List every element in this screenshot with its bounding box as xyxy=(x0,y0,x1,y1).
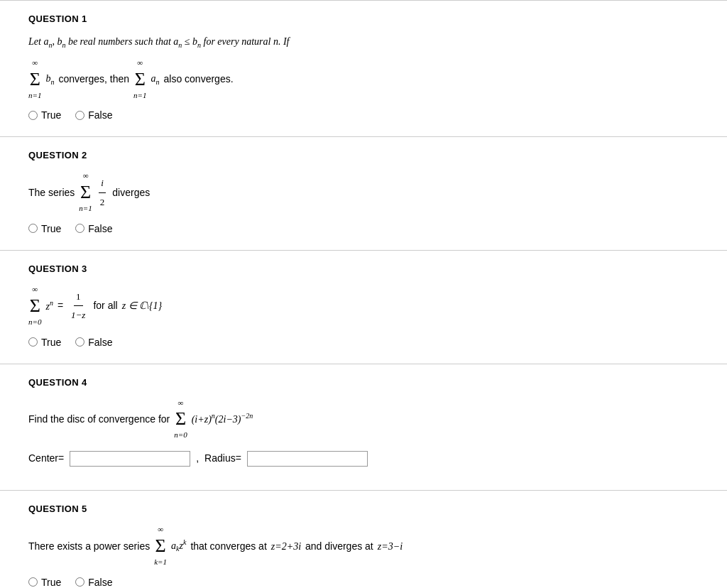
q2-radio-group: True False xyxy=(28,223,699,234)
q5-false-text: False xyxy=(88,577,112,588)
q4-radius-label: Radius= xyxy=(204,450,241,467)
q2-false-label[interactable]: False xyxy=(75,223,112,234)
q3-condition: z ∈ ℂ\{1} xyxy=(122,297,163,315)
q5-true-radio[interactable] xyxy=(28,577,38,587)
q3-true-radio[interactable] xyxy=(28,337,38,347)
q2-true-text: True xyxy=(41,223,61,234)
q1-true-text: True xyxy=(41,109,61,121)
question-4-title: QUESTION 4 xyxy=(28,377,699,388)
q1-false-text: False xyxy=(88,109,112,121)
q1-false-label[interactable]: False xyxy=(75,109,112,121)
question-1-body: Let an, bn be real numbers such that an … xyxy=(28,33,699,102)
q2-series-text: The series xyxy=(28,184,75,202)
q1-text: Let an, bn be real numbers such that an … xyxy=(28,36,289,47)
q5-line1: There exists a power series ∞ Σ k=1 akzk… xyxy=(28,523,699,570)
q1-an: an xyxy=(151,70,160,89)
q5-sigma: ∞ Σ k=1 xyxy=(154,523,167,570)
question-1-title: QUESTION 1 xyxy=(28,13,699,24)
q5-text3: and diverges at xyxy=(305,538,373,555)
q4-center-input[interactable] xyxy=(70,451,190,467)
q5-expr: akzk xyxy=(171,536,186,555)
question-5-body: There exists a power series ∞ Σ k=1 akzk… xyxy=(28,523,699,570)
q5-text1: There exists a power series xyxy=(28,538,150,555)
q3-false-text: False xyxy=(88,337,112,348)
q2-false-radio[interactable] xyxy=(75,224,84,233)
question-5-title: QUESTION 5 xyxy=(28,503,699,514)
q3-forall: for all xyxy=(93,297,117,315)
q2-true-label[interactable]: True xyxy=(28,223,61,234)
q5-false-label[interactable]: False xyxy=(75,577,112,588)
q3-equals: = xyxy=(58,297,63,315)
q3-true-text: True xyxy=(41,337,61,348)
q4-sigma: ∞ Σ n=0 xyxy=(174,396,187,443)
q4-find-text: Find the disc of convergence for xyxy=(28,410,170,428)
q4-inputs-line: Center= , Radius= xyxy=(28,450,699,467)
q3-radio-group: True False xyxy=(28,337,699,348)
q3-false-radio[interactable] xyxy=(75,337,84,347)
q1-radio-group: True False xyxy=(28,109,699,121)
question-5-block: QUESTION 5 There exists a power series ∞… xyxy=(0,490,727,588)
question-2-body: The series ∞ Σ n=1 i 2 diverges xyxy=(28,169,699,216)
q5-z2: z=3−i xyxy=(378,538,403,555)
q5-false-radio[interactable] xyxy=(75,577,84,587)
q1-line2: ∞ Σ n=1 bn converges, then ∞ Σ n=1 an al… xyxy=(28,56,699,103)
q3-line1: ∞ Σ n=0 zn = 1 1−z for all z ∈ ℂ\{1} xyxy=(28,283,699,330)
question-1-block: QUESTION 1 Let an, bn be real numbers su… xyxy=(0,0,727,136)
q4-expr: (i+z)n(2i−3)−2n xyxy=(192,410,253,428)
question-4-body: Find the disc of convergence for ∞ Σ n=0… xyxy=(28,396,699,468)
q4-line1: Find the disc of convergence for ∞ Σ n=0… xyxy=(28,396,699,443)
q5-radio-group: True False xyxy=(28,577,699,588)
q3-sigma: ∞ Σ n=0 xyxy=(28,283,41,330)
question-4-block: QUESTION 4 Find the disc of convergence … xyxy=(0,364,727,491)
q5-true-label[interactable]: True xyxy=(28,577,61,588)
q2-sigma: ∞ Σ n=1 xyxy=(79,169,92,216)
q1-bn: bn xyxy=(45,70,54,89)
q2-diverges-text: diverges xyxy=(112,184,150,202)
q1-line1: Let an, bn be real numbers such that an … xyxy=(28,33,699,52)
question-3-block: QUESTION 3 ∞ Σ n=0 zn = 1 1−z for all z … xyxy=(0,250,727,364)
page: QUESTION 1 Let an, bn be real numbers su… xyxy=(0,0,727,588)
q1-true-radio[interactable] xyxy=(28,111,38,120)
q3-zn: zn xyxy=(45,297,53,315)
q5-z1: z=2+3i xyxy=(271,538,301,555)
q3-fraction: 1 1−z xyxy=(69,288,87,324)
question-3-body: ∞ Σ n=0 zn = 1 1−z for all z ∈ ℂ\{1} xyxy=(28,283,699,330)
q2-line1: The series ∞ Σ n=1 i 2 diverges xyxy=(28,169,699,216)
q1-true-label[interactable]: True xyxy=(28,109,61,121)
q1-sigma1: ∞ Σ n=1 xyxy=(28,56,41,103)
q2-false-text: False xyxy=(88,223,112,234)
q2-true-radio[interactable] xyxy=(28,224,38,233)
q3-true-label[interactable]: True xyxy=(28,337,61,348)
question-2-title: QUESTION 2 xyxy=(28,150,699,160)
question-2-block: QUESTION 2 The series ∞ Σ n=1 i 2 diverg… xyxy=(0,136,727,250)
q4-radius-input[interactable] xyxy=(247,451,368,467)
q1-sigma2: ∞ Σ n=1 xyxy=(133,56,146,103)
q1-false-radio[interactable] xyxy=(75,111,84,120)
question-3-title: QUESTION 3 xyxy=(28,263,699,274)
q1-also-converges: also converges. xyxy=(164,70,234,88)
q4-comma: , xyxy=(196,450,199,467)
q5-true-text: True xyxy=(41,577,61,588)
q5-text2: that converges at xyxy=(190,538,266,555)
q4-center-label: Center= xyxy=(28,450,64,467)
q3-false-label[interactable]: False xyxy=(75,337,112,348)
q1-converges-text: converges, then xyxy=(58,70,129,88)
q2-fraction: i 2 xyxy=(98,175,107,210)
